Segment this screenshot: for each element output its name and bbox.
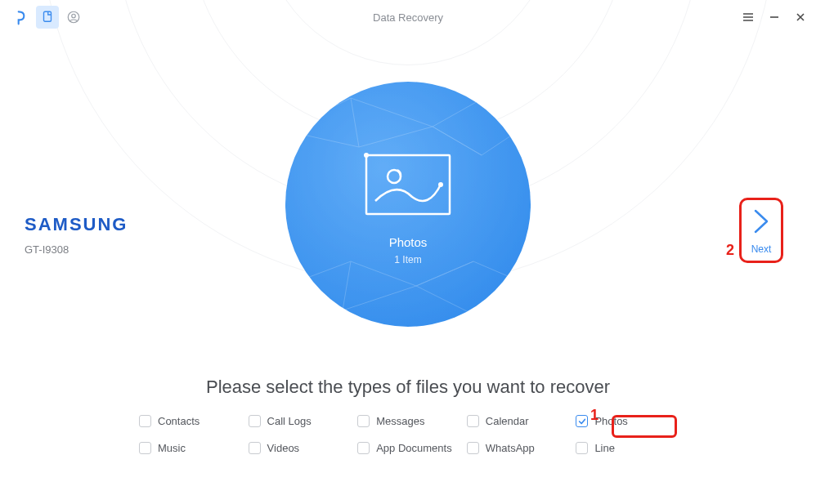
type-label: Calendar (486, 415, 529, 427)
checkbox[interactable] (357, 442, 370, 454)
checkbox[interactable] (357, 415, 370, 427)
type-label: Contacts (158, 415, 200, 427)
type-option-call-logs[interactable]: Call Logs (249, 415, 358, 427)
type-label: App Documents (376, 442, 452, 454)
type-option-videos[interactable]: Videos (249, 442, 358, 454)
type-label: Photos (594, 415, 627, 427)
svg-rect-0 (44, 11, 52, 21)
device-info: SAMSUNG GT-I9308 (25, 214, 128, 256)
checkbox[interactable] (467, 442, 479, 454)
checkbox[interactable] (249, 415, 261, 427)
type-option-line[interactable]: Line (576, 442, 685, 454)
close-icon[interactable] (793, 10, 808, 25)
checkbox[interactable] (139, 415, 151, 427)
type-option-whatsapp[interactable]: WhatsApp (467, 442, 576, 454)
chevron-right-icon (752, 207, 770, 239)
annotation-number-2: 2 (726, 242, 734, 259)
type-label: Messages (376, 415, 424, 427)
document-icon[interactable] (36, 6, 59, 29)
device-brand: SAMSUNG (25, 214, 128, 235)
minimize-icon[interactable] (767, 10, 782, 25)
annotation-number-1: 1 (590, 407, 599, 424)
window-title: Data Recovery (373, 11, 443, 24)
next-button[interactable]: Next (743, 203, 779, 260)
checkbox[interactable] (576, 442, 588, 454)
type-option-messages[interactable]: Messages (357, 415, 467, 427)
geometric-lines (285, 82, 531, 327)
type-option-contacts[interactable]: Contacts (139, 415, 249, 427)
user-icon[interactable] (62, 6, 85, 29)
titlebar: Data Recovery (0, 0, 816, 34)
type-label: Call Logs (267, 415, 312, 427)
logo-icon[interactable] (10, 6, 33, 29)
checkbox[interactable] (139, 442, 151, 454)
type-option-app-documents[interactable]: App Documents (357, 442, 467, 454)
type-label: Videos (267, 442, 300, 454)
device-model: GT-I9308 (25, 243, 128, 256)
checkbox[interactable] (467, 415, 479, 427)
svg-point-2 (72, 14, 76, 18)
type-option-calendar[interactable]: Calendar (467, 415, 576, 427)
menu-icon[interactable] (741, 10, 755, 25)
next-label: Next (751, 243, 772, 255)
type-label: WhatsApp (486, 442, 535, 454)
file-type-grid: ContactsCall LogsMessagesCalendarPhotosM… (139, 415, 685, 454)
type-option-music[interactable]: Music (139, 442, 249, 454)
checkbox[interactable] (576, 415, 588, 427)
checkbox[interactable] (249, 442, 261, 454)
selected-type-count: 1 Item (394, 254, 421, 265)
selected-type-circle: Photos 1 Item (285, 82, 531, 327)
type-label: Music (158, 442, 186, 454)
type-label: Line (594, 442, 615, 454)
instruction-text: Please select the types of files you wan… (206, 377, 610, 398)
